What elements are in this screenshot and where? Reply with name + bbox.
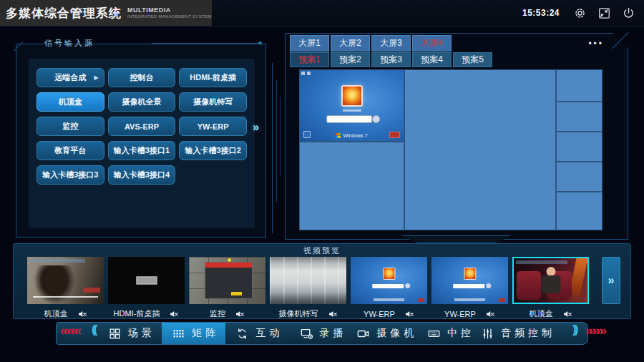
mute-icon[interactable]	[169, 309, 179, 319]
thumbnail-label: 监控	[210, 308, 225, 319]
nav-item[interactable]: 摄像机	[353, 323, 417, 344]
input-source-button[interactable]: YW-ERP	[179, 117, 247, 136]
input-source-button[interactable]: 输入卡槽3接口1	[108, 141, 176, 160]
mute-icon[interactable]	[235, 309, 245, 319]
wall-cell-empty[interactable]	[299, 142, 404, 230]
control-console-icon	[427, 327, 441, 341]
windows-brand: Windows 7	[300, 133, 404, 138]
input-source-button[interactable]: 远端合成▶	[36, 68, 104, 87]
settings-gear-icon[interactable]	[573, 6, 587, 20]
thumb-art	[516, 260, 567, 264]
preset-tab[interactable]: 预案3	[371, 52, 411, 67]
panel-collapse-chevron-icon[interactable]: »	[253, 121, 259, 134]
screen-tab[interactable]: 大屏1	[290, 35, 329, 52]
mute-icon[interactable]	[328, 309, 338, 319]
top-bar-controls: 15:53:24	[522, 0, 635, 26]
preview-thumbnail[interactable]	[27, 257, 104, 304]
mute-icon[interactable]	[562, 309, 572, 319]
thumb-art	[83, 288, 100, 293]
input-source-panel: 信号输入源 远端合成▶控制台HDMI-前桌插机顶盒摄像机全景摄像机特写监控AVS…	[16, 39, 266, 238]
input-source-button[interactable]: 输入卡槽3接口2	[179, 141, 247, 160]
thumbnail-label: 摄像机特写	[279, 308, 318, 319]
thumb-art	[231, 292, 242, 295]
mute-icon[interactable]	[485, 309, 495, 319]
wall-cell-right-2[interactable]	[556, 102, 602, 132]
input-source-button[interactable]: 输入卡槽3接口4	[108, 165, 176, 185]
power-icon[interactable]	[622, 6, 635, 20]
input-source-button[interactable]: 控制台	[108, 68, 176, 87]
input-source-button[interactable]: 输入卡槽3接口3	[36, 165, 104, 185]
thumb-art	[541, 275, 560, 293]
input-source-button[interactable]: 机顶盒	[36, 92, 104, 112]
preset-tab-bar: 预案1预案2预案3预案4预案5	[290, 52, 492, 67]
nav-item[interactable]: 音频控制	[481, 323, 552, 344]
wall-cell-right-4[interactable]	[556, 162, 602, 192]
app-title: 多媒体综合管理系统	[6, 5, 122, 21]
wall-cell-right-3[interactable]	[556, 132, 602, 162]
preset-tab[interactable]: 预案2	[331, 52, 370, 67]
preset-tab[interactable]: 预案4	[412, 52, 452, 67]
input-source-button[interactable]: 摄像机全景	[108, 92, 176, 112]
preview-thumbnail-item: HDMI-前桌插	[108, 257, 185, 322]
left-red-chevrons-decoration: «««««	[60, 323, 78, 338]
nav-item-label: 中控	[447, 327, 474, 340]
submenu-arrow-icon: ▶	[94, 74, 99, 81]
input-source-button[interactable]: 监控	[36, 117, 104, 136]
input-source-label: AVS-ERP	[125, 122, 159, 131]
nav-item[interactable]: 互动	[225, 323, 289, 344]
nav-item[interactable]: 录播	[290, 323, 353, 344]
preview-thumbnail[interactable]	[270, 257, 346, 304]
nav-item[interactable]: 矩阵	[162, 323, 225, 344]
thumb-art	[374, 298, 404, 301]
screen-tab[interactable]: 大屏2	[331, 35, 370, 52]
nav-item-label: 互动	[255, 327, 283, 340]
top-bar: 多媒体综合管理系统 MULTIMEDIA INTEGRATED MANAGEME…	[0, 0, 644, 26]
user-name-placeholder	[343, 109, 361, 112]
nav-item[interactable]: 场景	[98, 323, 162, 344]
input-source-button[interactable]: 摄像机特写	[179, 92, 247, 112]
shutdown-button	[389, 132, 400, 138]
preview-thumbnail[interactable]	[108, 257, 185, 304]
screen-tab[interactable]: 大屏3	[371, 35, 411, 52]
thumb-art	[33, 296, 98, 298]
user-avatar	[341, 85, 363, 107]
thumbnail-caption: 监控	[189, 305, 265, 322]
input-source-label: YW-ERP	[197, 122, 229, 131]
input-source-panel-title: 信号输入源	[44, 38, 94, 49]
preview-thumbnail[interactable]	[351, 257, 427, 304]
input-source-button[interactable]: HDMI-前桌插	[179, 68, 247, 87]
preview-thumbnail[interactable]	[189, 257, 265, 304]
input-source-label: 输入卡槽3接口2	[185, 145, 241, 156]
app-subtitle-line1: MULTIMEDIA	[127, 7, 212, 14]
input-source-button[interactable]: AVS-ERP	[108, 117, 176, 136]
thumb-art	[517, 271, 541, 300]
clock: 15:53:24	[522, 8, 560, 18]
preset-tab[interactable]: 预案5	[453, 52, 492, 67]
thumb-art	[383, 268, 395, 280]
mute-icon[interactable]	[77, 309, 87, 319]
preview-next-button[interactable]: »	[602, 257, 620, 304]
wall-cell-right-5[interactable]	[556, 192, 602, 230]
nav-item-label: 摄像机	[376, 327, 417, 340]
accessibility-icon	[303, 131, 311, 138]
wall-cell-right-1[interactable]	[556, 69, 602, 102]
input-source-button[interactable]: 教育平台	[36, 141, 104, 160]
input-source-list: 远端合成▶控制台HDMI-前桌插机顶盒摄像机全景摄像机特写监控AVS-ERPYW…	[29, 59, 255, 228]
more-menu-icon[interactable]: •••	[588, 39, 604, 49]
preview-thumbnail[interactable]	[512, 257, 589, 304]
scene-grid-icon	[108, 327, 122, 341]
preview-thumbnail-list: 机顶盒HDMI-前桌插监控摄像机特写YW-ERPYW-ERP机顶盒	[27, 257, 589, 322]
fit-screen-icon[interactable]	[597, 6, 611, 20]
wall-cell-main[interactable]	[404, 69, 556, 230]
app-subtitle: MULTIMEDIA INTEGRATED MANAGEMENT SYSTEM	[127, 7, 212, 19]
thumb-art	[453, 284, 484, 288]
preset-tab[interactable]: 预案1	[290, 52, 329, 67]
nav-item[interactable]: 中控	[417, 323, 481, 344]
wall-cell-windows-source[interactable]: Windows 7	[299, 69, 404, 142]
mute-icon[interactable]	[404, 309, 414, 319]
preview-strip-title: 视频预览	[14, 245, 630, 256]
preview-thumbnail[interactable]	[431, 257, 508, 304]
screen-tab[interactable]: 大屏4	[412, 35, 452, 52]
thumb-art	[372, 284, 404, 288]
preview-thumbnail-item: 监控	[189, 257, 265, 322]
